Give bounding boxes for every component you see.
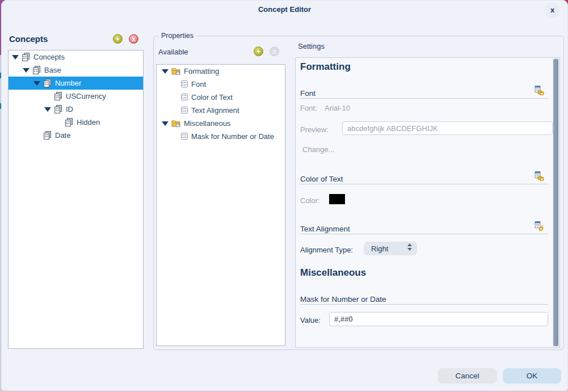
concepts-tree: Concepts Base Number USCurrency ID Hidde… [8,50,144,349]
preview-label: Preview: [300,125,329,134]
section-divider [300,304,548,305]
tree-item-date[interactable]: Date [9,129,143,142]
concept-icon [65,118,73,127]
property-item-mask[interactable]: Mask for Number or Date [157,130,285,143]
stepper-arrows-icon [407,243,412,251]
property-icon [181,81,188,88]
tree-item-hidden[interactable]: Hidden [9,116,143,129]
concept-icon [43,79,52,88]
section-divider [300,184,548,184]
alignment-type-value: Right [371,245,388,253]
property-icon [181,133,188,140]
link-icon[interactable] [535,171,545,183]
font-name-label: Font: [300,104,317,112]
expand-triangle-icon[interactable] [23,68,30,73]
settings-scrollbar[interactable] [553,58,559,347]
tree-item-label: Miscellaneous [184,119,230,128]
tree-item-label: Font [191,80,206,88]
available-label: Available [158,48,188,56]
concept-icon [32,66,41,75]
property-item-color-of-text[interactable]: Color of Text [157,91,285,104]
expand-triangle-icon[interactable] [162,69,169,74]
tree-item-id[interactable]: ID [9,103,143,116]
tree-item-base[interactable]: Base [9,64,143,77]
delete-concept-button[interactable]: x [129,34,138,44]
tree-item-concepts[interactable]: Concepts [9,50,143,64]
color-section-heading: Color of Text [300,175,343,183]
expand-triangle-icon[interactable] [162,121,169,126]
add-concept-button[interactable]: + [113,34,123,44]
add-property-button[interactable]: + [254,47,263,56]
alignment-type-label: Alignment Type: [300,246,353,254]
concepts-panel-title: Concepts [9,34,48,44]
formatting-heading: Formatting [300,61,351,73]
tree-item-label: Text Alignment [191,106,239,115]
font-preview-field[interactable] [342,121,553,135]
tree-item-label: Hidden [77,118,100,127]
alignment-type-dropdown[interactable]: Right [364,242,417,255]
color-swatch[interactable] [329,194,345,204]
folder-icon [171,119,180,128]
properties-group-legend: Properties [158,32,196,40]
mask-value-field[interactable] [329,312,548,326]
mask-value-label: Value: [300,316,321,324]
property-item-font[interactable]: Font [157,78,285,91]
properties-group: Properties Available + x Formatting Font… [153,36,564,350]
section-divider [300,234,548,234]
concept-icon [54,105,62,114]
tree-item-label: Formatting [184,67,219,75]
link-icon[interactable] [535,86,545,98]
expand-triangle-icon[interactable] [44,107,51,112]
property-group-formatting[interactable]: Formatting [157,65,285,78]
scrollbar-thumb[interactable] [553,59,558,346]
ok-button[interactable]: OK [503,368,561,383]
miscellaneous-heading: Miscellaneous [300,267,366,279]
folder-icon [171,67,180,76]
property-item-text-alignment[interactable]: Text Alignment [157,104,285,117]
available-properties-tree: Formatting Font Color of Text Text Align… [156,64,285,346]
broken-link-icon[interactable] [535,221,545,233]
dialog-title: Concept Editor [1,5,568,14]
mask-section-heading: Mask for Number or Date [300,295,386,304]
tree-item-uscurrency[interactable]: USCurrency [9,90,143,103]
property-icon [181,94,188,101]
tree-item-label: Number [55,79,81,87]
tree-item-label: Concepts [33,53,65,61]
tree-item-label: Mask for Number or Date [191,132,274,141]
expand-triangle-icon[interactable] [12,55,19,60]
property-icon [181,107,188,114]
font-section-heading: Font [300,89,315,98]
delete-property-button-disabled: x [270,47,279,56]
cancel-button[interactable]: Cancel [437,368,497,383]
concept-icon [22,53,30,62]
color-label: Color: [300,196,320,205]
tree-item-label: USCurrency [66,92,106,100]
concept-icon [54,92,62,101]
settings-label: Settings [298,42,325,50]
tree-item-label: Base [44,66,61,74]
tree-item-label: Date [55,131,70,140]
tree-item-label: ID [66,105,73,113]
concept-editor-dialog: Concept Editor x Concepts + x Concepts B… [1,0,568,391]
alignment-section-heading: Text Alignment [300,225,350,233]
settings-panel: Formatting Font Font: Arial-10 Preview: … [295,57,560,348]
concept-icon [43,131,52,140]
close-icon[interactable]: x [545,2,560,18]
font-name-value: Arial-10 [325,104,350,112]
section-divider [300,98,548,99]
change-font-link[interactable]: Change... [302,145,334,154]
tree-item-number[interactable]: Number [9,77,143,90]
expand-triangle-icon[interactable] [33,81,40,86]
property-group-miscellaneous[interactable]: Miscellaneous [157,117,285,130]
tree-item-label: Color of Text [191,93,233,102]
